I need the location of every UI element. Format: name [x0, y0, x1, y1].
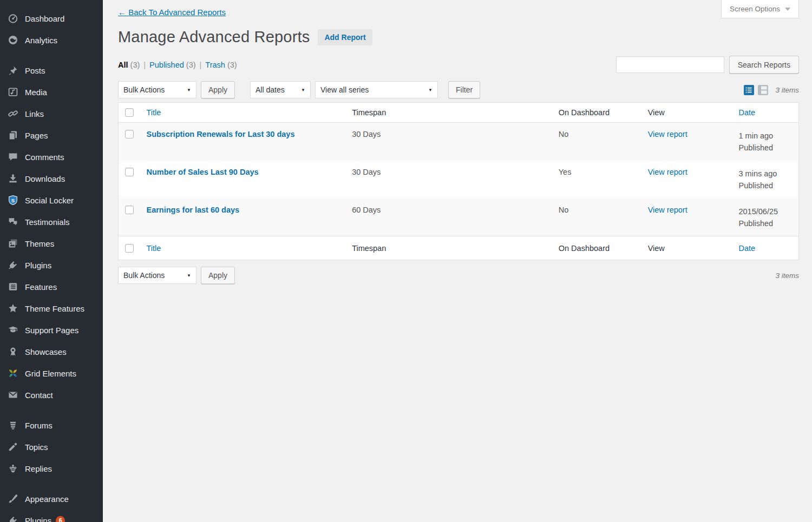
sidebar-item-theme-features[interactable]: Theme Features	[0, 298, 103, 319]
select-arrow-icon: ▼	[187, 88, 191, 92]
date-cell: 1 min agoPublished	[733, 123, 798, 161]
row-select-checkbox[interactable]	[125, 206, 134, 214]
sidebar-item-label: Forums	[25, 421, 53, 430]
sidebar-item-forums[interactable]: Forums	[0, 414, 103, 436]
sidebar-item-label: Social Locker	[25, 196, 74, 205]
bottom-controls: Bulk Actions▼ Apply	[118, 267, 235, 284]
sidebar-item-label: Analytics	[25, 36, 57, 45]
sidebar-item-social-locker[interactable]: SSocial Locker	[0, 189, 103, 211]
date-relative: 1 min ago	[738, 130, 793, 142]
report-title-link[interactable]: Subscription Renewals for Last 30 days	[146, 130, 294, 138]
report-title-link[interactable]: Earnings for last 60 days	[146, 206, 239, 214]
on-dashboard-cell: No	[553, 123, 643, 161]
sidebar-item-label: Dashboard	[25, 14, 64, 23]
filter-trash-link[interactable]: Trash (3)	[205, 61, 237, 69]
column-view: View	[643, 103, 734, 123]
sidebar-item-label: Plugins	[25, 516, 51, 522]
table-body: Subscription Renewals for Last 30 days30…	[119, 123, 799, 236]
sidebar-item-posts[interactable]: Posts	[0, 60, 103, 81]
apply-button[interactable]: Apply	[201, 267, 235, 284]
pages-icon	[7, 130, 19, 141]
downloads-icon	[7, 173, 19, 184]
sidebar-item-label: Links	[25, 109, 44, 118]
tablenav-bottom: Bulk Actions▼ Apply 3 items	[118, 267, 799, 284]
sidebar-item-testimonials[interactable]: Testimonials	[0, 211, 103, 233]
select-arrow-icon: ▼	[428, 88, 433, 92]
screen-options-label: Screen Options	[730, 5, 780, 13]
date-cell: 3 mins agoPublished	[733, 161, 798, 199]
table-header: Title Timespan On Dashboard View Date	[119, 103, 799, 123]
sidebar-item-topics[interactable]: Topics	[0, 436, 103, 458]
sidebar-item-label: Themes	[25, 239, 54, 248]
top-controls: Bulk Actions▼ Apply All dates▼ View all …	[118, 81, 480, 98]
column-date-sort[interactable]: Date	[738, 244, 755, 253]
column-timespan: Timespan	[346, 103, 553, 123]
sidebar-item-downloads[interactable]: Downloads	[0, 168, 103, 189]
select-all-checkbox[interactable]	[125, 244, 134, 253]
sidebar-item-label: Replies	[25, 464, 52, 473]
series-filter-select[interactable]: View all series▼	[315, 81, 438, 98]
sidebar-item-showcases[interactable]: Showcases	[0, 341, 103, 362]
sidebar-item-label: Comments	[25, 153, 64, 162]
dates-filter-select[interactable]: All dates▼	[250, 81, 311, 98]
column-title-sort[interactable]: Title	[146, 244, 161, 253]
sidebar-item-label: Theme Features	[25, 304, 84, 313]
bulk-actions-select[interactable]: Bulk Actions▼	[118, 81, 197, 98]
sidebar-item-label: Appearance	[25, 494, 69, 504]
sidebar-item-features[interactable]: Features	[0, 276, 103, 298]
sidebar-item-support-pages[interactable]: Support Pages	[0, 319, 103, 341]
sidebar-item-label: Grid Elements	[25, 369, 76, 378]
view-report-link[interactable]: View report	[648, 130, 687, 138]
title-row: Manage Advanced Reports Add Report	[118, 28, 799, 46]
back-to-advanced-reports-link[interactable]: ← Back To Advanced Reports	[118, 8, 226, 17]
screen-options-tab[interactable]: Screen Options	[721, 0, 799, 18]
filter-all-link[interactable]: All (3)	[118, 61, 140, 69]
select-all-checkbox[interactable]	[125, 108, 134, 117]
column-date-sort[interactable]: Date	[738, 108, 755, 117]
sidebar-item-media[interactable]: Media	[0, 81, 103, 103]
sidebar-item-label: Posts	[25, 66, 45, 75]
items-count: 3 items	[775, 272, 799, 280]
sidebar-item-label: Testimonials	[25, 217, 70, 227]
add-report-button[interactable]: Add Report	[318, 29, 372, 45]
sidebar-item-grid-elements[interactable]: Grid Elements	[0, 362, 103, 384]
row-select-checkbox[interactable]	[125, 168, 134, 176]
plugins-icon	[7, 515, 19, 522]
sidebar-item-analytics[interactable]: Analytics	[0, 29, 103, 51]
search-input[interactable]	[616, 56, 724, 73]
links-icon	[7, 108, 19, 119]
search-box: Search Reports	[616, 56, 799, 74]
sidebar-item-appearance[interactable]: Appearance	[0, 488, 103, 510]
testimonials-icon	[7, 216, 19, 227]
apply-button[interactable]: Apply	[201, 81, 235, 98]
column-title-sort[interactable]: Title	[146, 108, 161, 117]
update-count-badge: 6	[56, 516, 65, 522]
view-report-link[interactable]: View report	[648, 206, 687, 214]
items-count: 3 items	[775, 86, 799, 94]
sidebar-item-contact[interactable]: Contact	[0, 384, 103, 406]
row-select-checkbox[interactable]	[125, 130, 134, 138]
topics-icon	[7, 441, 19, 452]
sidebar-item-themes[interactable]: Themes	[0, 233, 103, 254]
list-view-icon[interactable]	[744, 85, 754, 95]
search-reports-button[interactable]: Search Reports	[729, 56, 799, 74]
sidebar-item-comments[interactable]: Comments	[0, 146, 103, 168]
svg-text:S: S	[11, 197, 15, 203]
sidebar-item-links[interactable]: Links	[0, 103, 103, 124]
excerpt-view-icon[interactable]	[758, 85, 768, 95]
sidebar-item-plugins[interactable]: Plugins	[0, 254, 103, 276]
sidebar-item-replies[interactable]: Replies	[0, 458, 103, 479]
sidebar-item-pages[interactable]: Pages	[0, 124, 103, 146]
filter-published-link[interactable]: Published (3)	[149, 61, 195, 69]
filter-button[interactable]: Filter	[448, 81, 480, 98]
dashboard-icon	[7, 13, 19, 24]
sidebar-item-label: Plugins	[25, 261, 51, 270]
sidebar-item-plugins[interactable]: Plugins6	[0, 510, 103, 522]
main-content: Screen Options ← Back To Advanced Report…	[103, 0, 812, 522]
view-report-link[interactable]: View report	[648, 168, 687, 176]
report-title-link[interactable]: Number of Sales Last 90 Days	[146, 168, 258, 176]
column-on-dashboard: On Dashboard	[553, 103, 643, 123]
sidebar-item-dashboard[interactable]: Dashboard	[0, 8, 103, 29]
bulk-actions-select[interactable]: Bulk Actions▼	[118, 267, 197, 284]
theme-features-icon	[7, 303, 19, 314]
